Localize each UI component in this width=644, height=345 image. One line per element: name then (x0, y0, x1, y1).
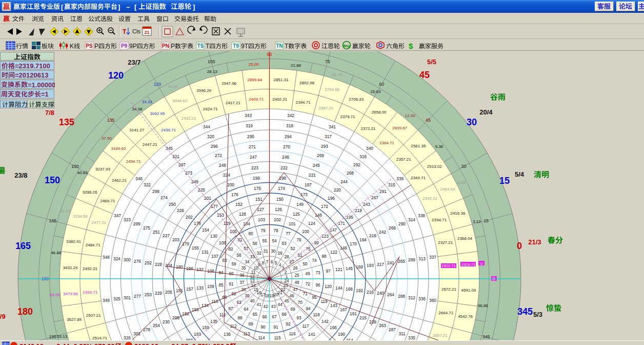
svg-text:=20120613: =20120613 (15, 71, 48, 79)
svg-text:65: 65 (252, 312, 257, 317)
svg-text:140: 140 (293, 341, 300, 345)
svg-text:191: 191 (350, 311, 357, 316)
svg-text:289: 289 (408, 257, 415, 262)
svg-text:336: 336 (418, 296, 426, 301)
svg-text:45: 45 (419, 70, 430, 80)
svg-text:345: 345 (517, 306, 533, 317)
svg-text:192: 192 (356, 288, 363, 293)
svg-text:21: 21 (144, 30, 149, 35)
svg-text:169: 169 (356, 264, 363, 270)
svg-text:2514.71: 2514.71 (92, 336, 107, 340)
svg-text:226: 226 (177, 208, 184, 213)
svg-text:59: 59 (231, 261, 236, 266)
svg-text:25: 25 (294, 273, 299, 278)
svg-text:30: 30 (271, 248, 276, 254)
svg-text:314: 314 (408, 217, 415, 222)
svg-text:114: 114 (258, 335, 265, 340)
svg-text:183: 183 (194, 332, 201, 337)
svg-text:146: 146 (340, 245, 347, 251)
svg-text:33: 33 (250, 254, 255, 259)
svg-text:245: 245 (313, 163, 320, 168)
svg-text:23/8: 23/8 (14, 171, 27, 179)
svg-text:296: 296 (211, 144, 218, 149)
svg-text:102: 102 (274, 217, 281, 222)
svg-text:T9: T9 (233, 43, 239, 49)
svg-text:326: 326 (124, 335, 131, 340)
svg-text:170: 170 (350, 241, 357, 246)
svg-text:31: 31 (263, 248, 268, 254)
svg-text:3141.27: 3141.27 (129, 128, 144, 132)
svg-text:92: 92 (286, 321, 291, 327)
svg-text:Big: Big (344, 44, 350, 48)
svg-text:228: 228 (155, 262, 162, 267)
svg-text:117: 117 (302, 323, 309, 329)
svg-text:[: [ (61, 3, 64, 11)
svg-text:122: 122 (330, 250, 337, 255)
svg-text:94: 94 (306, 306, 311, 311)
svg-text:272: 272 (215, 153, 222, 158)
svg-text:88: 88 (237, 315, 243, 320)
svg-text:311: 311 (398, 331, 406, 336)
svg-text:291: 291 (379, 189, 387, 194)
svg-text:23/7: 23/7 (128, 59, 140, 66)
svg-text:242: 242 (379, 229, 386, 235)
svg-text:214: 214 (346, 338, 353, 343)
svg-text:2372.21: 2372.21 (360, 126, 375, 131)
svg-text:154: 154 (202, 227, 209, 233)
svg-text:3286.26: 3286.26 (83, 190, 97, 195)
svg-text:267: 267 (371, 195, 378, 200)
svg-text:2513.02: 2513.02 (427, 164, 442, 169)
svg-text:115: 115 (274, 335, 281, 340)
svg-text:6.25: 6.25 (458, 180, 466, 185)
svg-text:96.88: 96.88 (478, 303, 489, 308)
svg-text:2507.21: 2507.21 (86, 313, 101, 318)
svg-text:125: 125 (293, 212, 300, 217)
svg-text:2387.21: 2387.21 (318, 106, 333, 110)
svg-text:100: 100 (302, 229, 309, 234)
svg-text:253: 253 (145, 292, 152, 297)
svg-text:T: T (206, 43, 210, 50)
svg-text:345: 345 (482, 334, 490, 339)
svg-text:240: 240 (377, 291, 384, 296)
svg-text:206: 206 (172, 315, 179, 320)
svg-text:2379.71: 2379.71 (340, 114, 355, 119)
svg-text:9188.12: 9188.12 (134, 342, 158, 345)
svg-text:322: 322 (144, 182, 151, 187)
svg-text:30: 30 (467, 117, 477, 127)
svg-text:346: 346 (135, 176, 143, 181)
svg-text:121: 121 (335, 267, 343, 272)
svg-text:48: 48 (294, 280, 299, 285)
svg-text:40.63: 40.63 (77, 170, 88, 175)
svg-text:77: 77 (286, 231, 291, 236)
svg-text:126: 126 (275, 207, 282, 212)
svg-text:85: 85 (218, 282, 224, 288)
svg-text:250: 250 (169, 202, 176, 207)
svg-text:292: 292 (353, 162, 360, 167)
svg-text:217: 217 (377, 262, 384, 267)
svg-text:－: － (125, 3, 131, 11)
svg-text:335: 335 (408, 335, 415, 340)
svg-text:195: 195 (49, 334, 57, 339)
svg-text:266: 266 (389, 225, 396, 231)
svg-text:7/8: 7/8 (45, 109, 54, 117)
svg-text:3479.56: 3479.56 (63, 292, 78, 296)
svg-text:PS: PS (86, 43, 93, 49)
svg-text:131: 131 (202, 250, 209, 255)
svg-text:215: 215 (359, 315, 367, 320)
svg-text:P: P (94, 43, 98, 50)
svg-text:133: 133 (196, 285, 204, 291)
svg-text:130: 130 (210, 234, 217, 239)
svg-text:2664.71: 2664.71 (438, 311, 453, 315)
svg-text:313: 313 (418, 256, 426, 261)
svg-text:2851.31: 2851.31 (273, 78, 288, 82)
svg-text:2342.21: 2342.21 (422, 196, 437, 201)
svg-text:9.38: 9.38 (435, 144, 444, 149)
svg-text:2561.35: 2561.35 (411, 144, 426, 148)
svg-text:2439.71: 2439.71 (161, 128, 176, 132)
svg-text:46.88: 46.88 (51, 251, 62, 255)
svg-text:2464.69: 2464.69 (440, 187, 455, 191)
svg-text:149: 149 (296, 202, 304, 207)
svg-text:348: 348 (103, 255, 110, 260)
svg-text:247: 247 (250, 155, 257, 160)
svg-text:172: 172 (321, 204, 328, 209)
